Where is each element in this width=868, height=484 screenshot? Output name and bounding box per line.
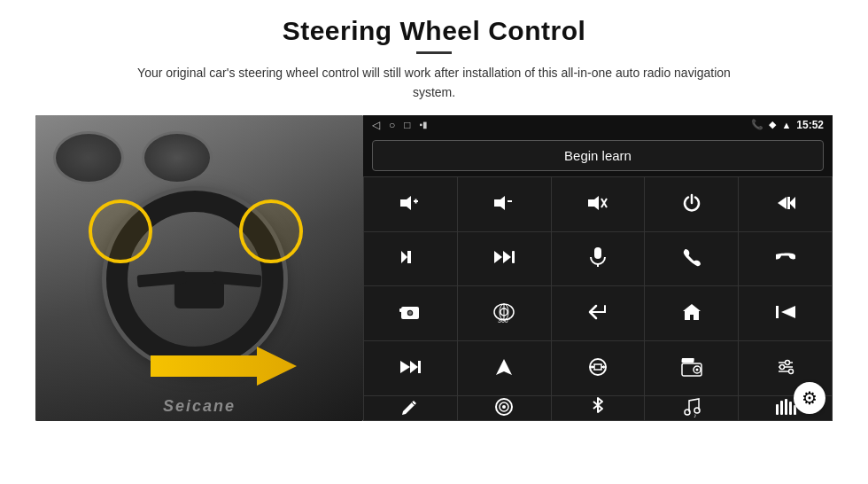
camera-btn[interactable] [364, 286, 457, 340]
watermark: Seicane [163, 397, 236, 416]
vol-up-btn[interactable] [364, 177, 457, 231]
music-icon: ♪ [681, 396, 702, 420]
status-right: 📞 ◆ ▲ 15:52 [751, 119, 824, 131]
gear-icon: ⚙ [802, 387, 818, 409]
wifi-icon: ◆ [769, 119, 776, 130]
next-btn[interactable] [364, 232, 457, 286]
mic-icon [588, 246, 608, 270]
arrow-svg [151, 342, 301, 391]
hangup-btn[interactable] [739, 232, 832, 286]
svg-marker-34 [496, 359, 512, 375]
svg-point-49 [788, 369, 793, 373]
ff2-btn[interactable] [364, 341, 457, 395]
settings-button[interactable]: ⚙ [794, 382, 825, 414]
svg-point-47 [779, 364, 784, 369]
prev-btn[interactable] [739, 177, 832, 231]
svg-rect-33 [418, 361, 421, 373]
svg-point-54 [685, 410, 690, 415]
svg-rect-20 [399, 308, 402, 312]
begin-learn-button[interactable]: Begin learn [372, 140, 824, 171]
music-btn[interactable]: ♪ [645, 396, 738, 420]
svg-rect-17 [594, 247, 601, 259]
view360-icon: 360° [492, 301, 516, 326]
nav-icons: ◁ ○ □ ▪▮ [372, 119, 428, 131]
power-btn[interactable] [645, 177, 738, 231]
status-bar: ◁ ○ □ ▪▮ 📞 ◆ ▲ 15:52 [363, 115, 833, 135]
time-display: 15:52 [796, 119, 824, 131]
call-btn[interactable] [645, 232, 738, 286]
next-icon [399, 248, 422, 269]
camera-icon [399, 303, 421, 324]
edit-btn[interactable] [364, 396, 457, 420]
steering-photo: Seicane [35, 115, 363, 421]
svg-rect-40 [682, 363, 701, 376]
fast-fwd-icon [492, 248, 515, 269]
record-btn[interactable] [458, 396, 551, 420]
svg-point-43 [695, 368, 698, 371]
svg-marker-31 [400, 361, 410, 373]
svg-marker-28 [683, 304, 701, 320]
svg-marker-6 [588, 196, 599, 210]
page-container: Steering Wheel Control Your original car… [0, 0, 868, 484]
source-btn[interactable] [552, 341, 645, 395]
back-nav-icon[interactable]: ◁ [372, 119, 380, 131]
svg-rect-57 [776, 404, 779, 415]
equalizer-icon [775, 357, 796, 379]
begin-learn-row: Begin learn [363, 135, 833, 176]
radio-icon [680, 356, 703, 380]
svg-point-22 [408, 311, 412, 315]
mic-btn[interactable] [552, 232, 645, 286]
source-icon [586, 357, 609, 379]
view360-btn[interactable]: 360° [458, 286, 551, 340]
arrow-container [151, 342, 301, 394]
navigate-btn[interactable] [458, 341, 551, 395]
back-btn[interactable] [552, 286, 645, 340]
vol-up-icon [399, 194, 422, 215]
hangup-icon [776, 247, 795, 269]
svg-rect-16 [512, 251, 515, 263]
gauge-center [142, 131, 213, 184]
bluetooth-btn[interactable] [552, 396, 645, 420]
navigate-icon [494, 357, 514, 379]
record-icon [494, 397, 514, 419]
radio-btn[interactable] [645, 341, 738, 395]
svg-rect-58 [780, 401, 783, 415]
mute-icon [586, 194, 609, 215]
mute-btn[interactable] [552, 177, 645, 231]
bluetooth-icon [590, 396, 606, 420]
vol-down-btn[interactable] [458, 177, 551, 231]
svg-rect-13 [407, 251, 411, 263]
skipback-icon [774, 303, 797, 324]
fast-fwd-btn[interactable] [458, 232, 551, 286]
skipback-btn[interactable] [739, 286, 832, 340]
back-icon [587, 302, 608, 324]
svg-rect-29 [776, 306, 779, 318]
signal-icon: ▲ [781, 120, 791, 130]
ff2-icon [399, 358, 422, 379]
edit-icon [400, 397, 420, 419]
svg-point-53 [502, 405, 506, 409]
content-area: Seicane ◁ ○ □ ▪▮ 📞 ◆ ▲ 15:52 [35, 115, 833, 421]
highlight-circle-right [239, 199, 303, 263]
svg-text:360°: 360° [498, 317, 511, 324]
home-nav-icon[interactable]: ○ [389, 119, 395, 131]
svg-rect-41 [681, 358, 694, 363]
apps-icon[interactable]: ▪▮ [420, 120, 429, 129]
prev-icon [774, 194, 797, 215]
page-subtitle: Your original car's steering wheel contr… [124, 63, 744, 103]
android-panel: ◁ ○ □ ▪▮ 📞 ◆ ▲ 15:52 Begin learn [363, 115, 833, 421]
svg-marker-32 [410, 361, 418, 373]
home-btn[interactable] [645, 286, 738, 340]
svg-marker-0 [151, 347, 297, 386]
svg-marker-15 [503, 251, 511, 263]
svg-marker-30 [781, 306, 795, 318]
vol-down-icon [492, 194, 515, 215]
call-icon [682, 247, 701, 269]
power-icon [682, 193, 701, 215]
svg-point-48 [785, 360, 789, 364]
svg-marker-1 [400, 196, 411, 210]
svg-text:♪: ♪ [694, 412, 697, 418]
svg-marker-12 [401, 251, 407, 263]
recents-nav-icon[interactable]: □ [404, 119, 410, 131]
phone-icon: 📞 [751, 119, 763, 130]
